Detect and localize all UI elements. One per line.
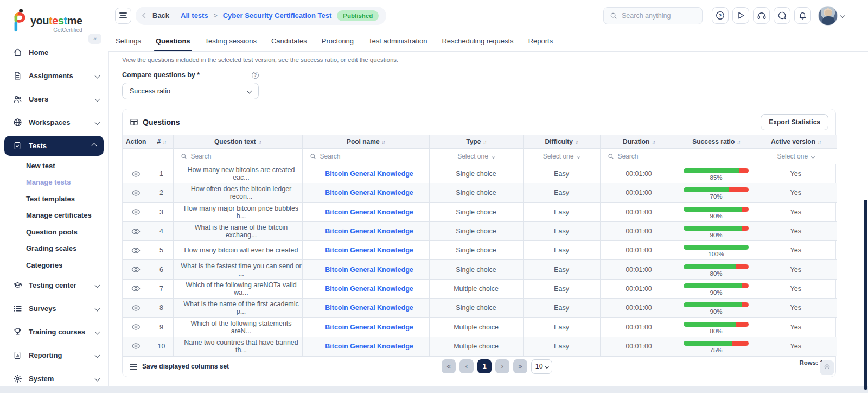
pool-name-link[interactable]: Bitcoin General Knowledge bbox=[325, 208, 413, 216]
success-ratio-value: 90% bbox=[678, 308, 755, 315]
page-1-button[interactable]: 1 bbox=[477, 359, 492, 373]
view-question-button[interactable] bbox=[130, 168, 142, 180]
column-header-active-version[interactable]: Active version↓↑ bbox=[755, 135, 837, 149]
menu-toggle-button[interactable] bbox=[115, 8, 131, 24]
sidebar-item-test-templates[interactable]: Test templates bbox=[0, 191, 108, 207]
type-filter-select[interactable]: Select one bbox=[430, 153, 523, 160]
table-row: 8What is the name of the first academic … bbox=[123, 299, 837, 318]
global-search[interactable] bbox=[603, 7, 703, 24]
sidebar-item-reporting[interactable]: Reporting bbox=[0, 344, 108, 367]
difficulty-filter-select[interactable]: Select one bbox=[524, 153, 600, 160]
sidebar-item-users[interactable]: Users bbox=[0, 87, 108, 111]
compare-questions-select[interactable]: Success ratio bbox=[122, 83, 259, 99]
sort-icon: ↓↑ bbox=[737, 140, 740, 145]
column-header-number[interactable]: #↓↑ bbox=[150, 135, 173, 149]
chat-button[interactable] bbox=[774, 7, 790, 24]
view-question-button[interactable] bbox=[130, 206, 142, 218]
view-question-button[interactable] bbox=[130, 187, 142, 199]
sidebar-item-system[interactable]: System bbox=[0, 367, 108, 390]
breadcrumb-all-tests-link[interactable]: All tests bbox=[181, 11, 208, 20]
pool-name-link[interactable]: Bitcoin General Knowledge bbox=[325, 246, 413, 254]
pool-name-link[interactable]: Bitcoin General Knowledge bbox=[325, 324, 413, 331]
sidebar-item-assignments[interactable]: Assignments bbox=[0, 64, 108, 87]
pool-name-link[interactable]: Bitcoin General Knowledge bbox=[325, 189, 413, 196]
pool-name-filter[interactable]: Search bbox=[303, 153, 429, 160]
sidebar-item-manage-certificates[interactable]: Manage certificates bbox=[0, 207, 108, 224]
sidebar-item-workspaces[interactable]: Workspaces bbox=[0, 111, 108, 134]
sidebar-item-surveys[interactable]: Surveys bbox=[0, 297, 108, 320]
page-size-select[interactable]: 10 bbox=[531, 359, 552, 374]
sidebar-item-grading-scales[interactable]: Grading scales bbox=[0, 240, 108, 257]
sidebar-item-home[interactable]: Home bbox=[0, 41, 108, 64]
pool-name-link[interactable]: Bitcoin General Knowledge bbox=[325, 285, 413, 293]
column-header-difficulty[interactable]: Difficulty↓↑ bbox=[523, 135, 600, 149]
view-question-button[interactable] bbox=[130, 245, 142, 256]
tab-candidates[interactable]: Candidates bbox=[271, 31, 307, 51]
sidebar-item-question-pools[interactable]: Question pools bbox=[0, 224, 108, 240]
notifications-bell-button[interactable] bbox=[794, 7, 811, 24]
view-question-button[interactable] bbox=[130, 226, 142, 237]
avatar[interactable] bbox=[818, 6, 838, 26]
active-version-value: Yes bbox=[755, 337, 837, 356]
next-page-button[interactable]: › bbox=[495, 359, 509, 373]
sidebar-item-testing-center[interactable]: Testing center bbox=[0, 274, 108, 297]
success-ratio-value: 90% bbox=[678, 213, 755, 219]
sidebar-item-manage-tests[interactable]: Manage tests bbox=[0, 174, 108, 191]
sidebar-item-tests[interactable]: Tests bbox=[0, 134, 108, 157]
column-header-type[interactable]: Type↓↑ bbox=[429, 135, 523, 149]
view-question-button[interactable] bbox=[130, 321, 142, 333]
column-header-pool-name[interactable]: Pool name↓↑ bbox=[302, 135, 429, 149]
tab-settings[interactable]: Settings bbox=[116, 31, 141, 51]
question-text-filter[interactable]: Search bbox=[174, 153, 302, 160]
table-row: 1How many new bitcoins are created eac..… bbox=[123, 164, 837, 183]
view-question-button[interactable] bbox=[130, 302, 142, 314]
info-icon[interactable]: ? bbox=[252, 72, 259, 79]
export-statistics-button[interactable]: Export Statistics bbox=[761, 114, 828, 130]
table-footer: Save displayed columns set « ‹ 1 › » 10 … bbox=[123, 356, 835, 377]
save-columns-button[interactable]: Save displayed columns set bbox=[130, 363, 229, 371]
active-version-filter-select[interactable]: Select one bbox=[755, 153, 837, 160]
search-input[interactable] bbox=[622, 12, 692, 20]
back-button[interactable]: Back bbox=[152, 11, 169, 20]
pool-name-link[interactable]: Bitcoin General Knowledge bbox=[325, 170, 413, 178]
pool-name-link[interactable]: Bitcoin General Knowledge bbox=[325, 343, 413, 350]
tab-proctoring[interactable]: Proctoring bbox=[322, 31, 354, 51]
view-question-button[interactable] bbox=[130, 283, 142, 294]
breadcrumb-current-test-link[interactable]: Cyber Security Certification Test bbox=[223, 11, 332, 20]
sidebar-item-categories[interactable]: Categories bbox=[0, 257, 108, 274]
columns-icon bbox=[130, 363, 137, 371]
scroll-to-top-button[interactable] bbox=[820, 360, 834, 375]
pool-name-link[interactable]: Bitcoin General Knowledge bbox=[325, 266, 413, 274]
tutorials-play-button[interactable] bbox=[732, 7, 749, 24]
app-window: youtestme GetCertified « Home Assignment… bbox=[0, 0, 868, 386]
page-scrollbar[interactable] bbox=[864, 200, 867, 390]
column-header-question-text[interactable]: Question text↓↑ bbox=[173, 135, 302, 149]
duration-filter[interactable]: Search bbox=[601, 153, 678, 160]
tab-test-administration[interactable]: Test administration bbox=[368, 31, 427, 51]
last-page-button[interactable]: » bbox=[513, 359, 527, 373]
pool-name-link[interactable]: Bitcoin General Knowledge bbox=[325, 227, 413, 235]
tab-testing-sessions[interactable]: Testing sessions bbox=[205, 31, 257, 51]
previous-page-button[interactable]: ‹ bbox=[459, 359, 474, 373]
tab-rescheduling-requests[interactable]: Rescheduling requests bbox=[442, 31, 513, 51]
success-ratio-bar bbox=[684, 302, 749, 307]
sidebar-item-training-courses[interactable]: Training courses bbox=[0, 320, 108, 344]
help-button[interactable]: ? bbox=[712, 7, 729, 24]
question-difficulty: Easy bbox=[523, 183, 600, 202]
main-area: Back All tests > Cyber Security Certific… bbox=[108, 0, 868, 386]
pool-name-link[interactable]: Bitcoin General Knowledge bbox=[325, 304, 413, 312]
column-header-duration[interactable]: Duration↓↑ bbox=[600, 135, 678, 149]
view-question-button[interactable] bbox=[130, 264, 142, 275]
breadcrumb: Back All tests > Cyber Security Certific… bbox=[136, 7, 386, 25]
tab-reports[interactable]: Reports bbox=[528, 31, 553, 51]
question-duration: 00:01:00 bbox=[600, 202, 678, 221]
view-question-button[interactable] bbox=[130, 340, 142, 352]
question-text: What is the name of the first academic p… bbox=[173, 299, 302, 318]
column-header-success-ratio[interactable]: Success ratio↓↑ bbox=[678, 135, 755, 149]
first-page-button[interactable]: « bbox=[442, 359, 456, 373]
sidebar-collapse-button[interactable]: « bbox=[88, 34, 101, 44]
support-headset-button[interactable] bbox=[753, 7, 770, 24]
sidebar-item-new-test[interactable]: New test bbox=[0, 157, 108, 174]
tab-questions[interactable]: Questions bbox=[156, 31, 190, 51]
user-menu[interactable] bbox=[818, 6, 844, 26]
